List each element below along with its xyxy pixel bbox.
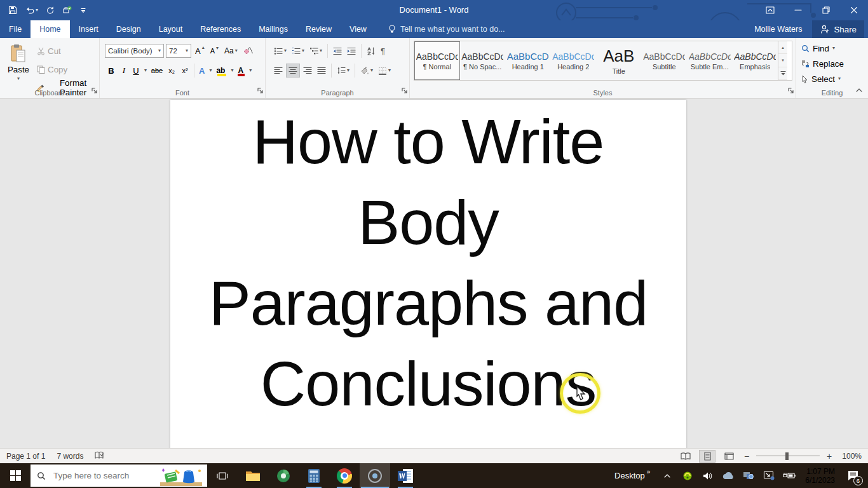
document-area[interactable]: How to Write Body Paragraphs and Conclus…	[0, 98, 868, 448]
close-button[interactable]	[840, 0, 868, 20]
increase-indent-button[interactable]	[345, 44, 358, 58]
find-button[interactable]: Find ▾	[801, 43, 844, 54]
shrink-font-button[interactable]: A▾	[208, 44, 220, 58]
start-button[interactable]	[0, 463, 31, 488]
tab-insert[interactable]: Insert	[70, 20, 107, 38]
paste-button[interactable]: Paste ▾	[4, 41, 33, 92]
document-page[interactable]: How to Write Body Paragraphs and Conclus…	[170, 100, 686, 448]
page-indicator[interactable]: Page 1 of 1	[6, 452, 45, 461]
replace-button[interactable]: Replace	[801, 58, 844, 69]
decrease-indent-button[interactable]	[331, 44, 344, 58]
styles-scroll-up-button[interactable]: ▴	[778, 41, 787, 54]
style-subtle-emphasis[interactable]: AaBbCcDd Subtle Em...	[687, 41, 733, 80]
font-name-combobox[interactable]: Calibri (Body) ▾	[105, 44, 164, 58]
multilevel-list-button[interactable]: ▾	[308, 44, 324, 58]
paragraph-dialog-launcher[interactable]	[402, 86, 407, 95]
calculator-button[interactable]	[299, 463, 329, 488]
style-heading-2[interactable]: AaBbCcDd Heading 2	[551, 41, 597, 80]
borders-button[interactable]: ▾	[376, 64, 393, 78]
select-button[interactable]: Select ▾	[801, 73, 844, 85]
onedrive-icon[interactable]	[721, 468, 735, 484]
justify-button[interactable]	[315, 64, 328, 78]
taskbar-search-input[interactable]	[52, 470, 147, 481]
tab-layout[interactable]: Layout	[150, 20, 192, 38]
word-taskbar-button[interactable]	[390, 463, 421, 488]
font-size-dropdown-icon[interactable]: ▾	[186, 48, 188, 53]
grow-font-button[interactable]: A▴	[193, 44, 207, 58]
hidden-icons-chevron[interactable]	[660, 468, 674, 484]
action-center-button[interactable]: 6	[841, 463, 864, 488]
zoom-slider[interactable]	[756, 450, 820, 463]
superscript-button[interactable]: x²	[179, 64, 191, 78]
styles-more-button[interactable]	[778, 67, 787, 80]
align-center-button[interactable]	[286, 64, 300, 78]
zoom-slider-thumb[interactable]	[785, 452, 789, 460]
share-button[interactable]: Share	[812, 20, 864, 38]
style-subtitle[interactable]: AaBbCcDd Subtitle	[642, 41, 688, 80]
style-no-spacing[interactable]: AaBbCcDd ¶ No Spac...	[460, 41, 506, 80]
ribbon-display-options-button[interactable]	[756, 0, 784, 20]
tell-me-box[interactable]: Tell me what you want to do...	[388, 20, 505, 38]
shading-button[interactable]: ▾	[358, 64, 375, 78]
styles-scroll-down-button[interactable]: ▾	[778, 54, 787, 67]
green-app-button[interactable]	[268, 463, 299, 488]
tab-design[interactable]: Design	[107, 20, 150, 38]
restore-button[interactable]	[812, 0, 840, 20]
styles-dialog-launcher[interactable]	[788, 86, 794, 95]
underline-dropdown[interactable]: ▾	[142, 64, 149, 78]
tab-references[interactable]: References	[191, 20, 250, 38]
copy-button[interactable]: Copy	[37, 62, 99, 76]
clear-formatting-button[interactable]	[241, 44, 255, 58]
user-name[interactable]: Mollie Waters	[754, 25, 802, 34]
word-count[interactable]: 7 words	[57, 452, 83, 461]
toolbar-expand-icon[interactable]: »	[647, 468, 651, 475]
sort-button[interactable]	[365, 44, 377, 58]
highlight-color-button[interactable]: ab	[214, 64, 228, 78]
volume-icon[interactable]	[701, 468, 715, 484]
font-color-button[interactable]: A	[236, 64, 247, 78]
show-hide-pilcrow-button[interactable]: ¶	[379, 44, 387, 58]
numbering-button[interactable]: ▾	[290, 44, 306, 58]
tab-view[interactable]: View	[341, 20, 376, 38]
read-mode-button[interactable]	[677, 450, 694, 463]
tab-file[interactable]: File	[0, 20, 31, 38]
text-effects-dropdown[interactable]: ▾	[207, 64, 214, 78]
font-dialog-launcher[interactable]	[257, 86, 263, 95]
screen-recorder-button[interactable]	[360, 463, 390, 488]
tab-mailings[interactable]: Mailings	[250, 20, 297, 38]
chrome-button[interactable]	[329, 463, 360, 488]
font-name-dropdown-icon[interactable]: ▾	[158, 48, 161, 53]
collapse-ribbon-button[interactable]	[855, 85, 863, 95]
minimize-button[interactable]	[784, 0, 812, 20]
italic-button[interactable]: I	[118, 64, 130, 78]
web-layout-button[interactable]	[721, 450, 737, 463]
network-status-icon[interactable]	[681, 468, 695, 484]
change-case-button[interactable]: Aa▾	[222, 44, 240, 58]
align-right-button[interactable]	[301, 64, 314, 78]
taskbar-search[interactable]	[31, 464, 207, 487]
text-effects-button[interactable]: A	[197, 64, 207, 78]
power-battery-icon[interactable]	[782, 468, 796, 484]
clock[interactable]: 1:07 PM 6/1/2023	[805, 467, 835, 485]
font-size-combobox[interactable]: 72 ▾	[166, 44, 191, 58]
display-connect-icon[interactable]	[762, 468, 776, 484]
bold-button[interactable]: B	[105, 64, 118, 78]
proofing-status-icon[interactable]	[95, 451, 105, 461]
bullets-button[interactable]: ▾	[272, 44, 288, 58]
subscript-button[interactable]: x₂	[165, 64, 178, 78]
zoom-out-button[interactable]: −	[742, 451, 751, 461]
tab-home[interactable]: Home	[31, 20, 69, 38]
task-view-button[interactable]	[207, 463, 238, 488]
paste-dropdown-icon[interactable]: ▾	[17, 76, 20, 81]
tab-review[interactable]: Review	[297, 20, 341, 38]
style-emphasis[interactable]: AaBbCcDd Emphasis	[733, 41, 778, 80]
line-spacing-button[interactable]: ▾	[335, 64, 351, 78]
system-windows-icon[interactable]	[742, 468, 756, 484]
highlight-color-dropdown[interactable]: ▾	[229, 64, 235, 78]
print-layout-button[interactable]	[699, 450, 715, 463]
clipboard-dialog-launcher[interactable]	[92, 86, 97, 95]
style-title[interactable]: AaB Title	[596, 41, 642, 80]
font-color-dropdown[interactable]: ▾	[247, 64, 254, 78]
strikethrough-button[interactable]: abe	[149, 64, 165, 78]
align-left-button[interactable]	[272, 64, 285, 78]
